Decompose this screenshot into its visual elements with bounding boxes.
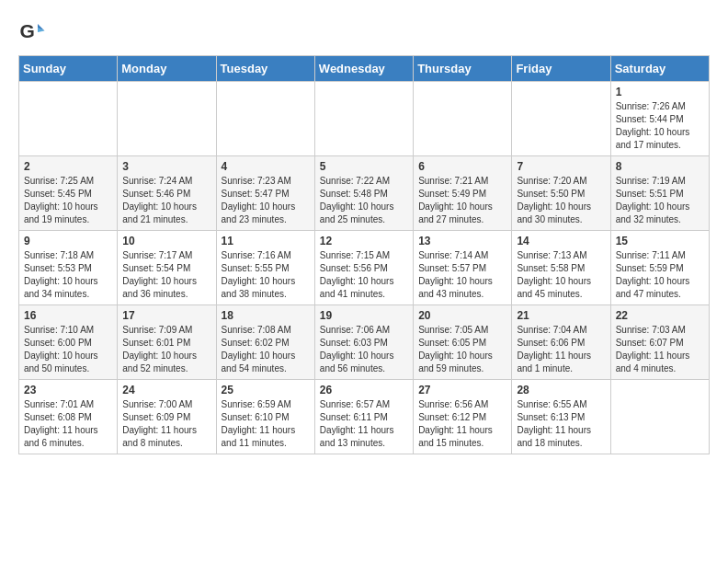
day-info: Sunrise: 6:57 AM Sunset: 6:11 PM Dayligh…: [320, 398, 408, 450]
day-info: Sunrise: 7:01 AM Sunset: 6:08 PM Dayligh…: [24, 398, 112, 450]
calendar-cell: 19Sunrise: 7:06 AM Sunset: 6:03 PM Dayli…: [314, 305, 413, 380]
day-number: 16: [24, 309, 112, 322]
day-number: 28: [517, 384, 605, 396]
calendar-cell: 17Sunrise: 7:09 AM Sunset: 6:01 PM Dayli…: [118, 305, 216, 380]
day-number: 7: [517, 160, 605, 173]
svg-text:G: G: [20, 20, 35, 41]
day-number: 10: [122, 235, 210, 247]
calendar-cell: 11Sunrise: 7:16 AM Sunset: 5:55 PM Dayli…: [216, 231, 314, 305]
day-number: 23: [24, 384, 112, 396]
day-number: 15: [616, 235, 704, 247]
calendar-cell: [314, 82, 413, 156]
calendar-cell: 1Sunrise: 7:26 AM Sunset: 5:44 PM Daylig…: [610, 82, 709, 156]
day-info: Sunrise: 7:10 AM Sunset: 6:00 PM Dayligh…: [24, 324, 112, 375]
day-info: Sunrise: 7:16 AM Sunset: 5:55 PM Dayligh…: [222, 249, 310, 301]
weekday-header-wednesday: Wednesday: [314, 56, 413, 82]
weekday-header-saturday: Saturday: [610, 56, 709, 82]
calendar-cell: 26Sunrise: 6:57 AM Sunset: 6:11 PM Dayli…: [314, 380, 413, 454]
day-number: 17: [122, 309, 210, 322]
calendar-cell: [118, 82, 216, 156]
calendar-cell: [216, 82, 314, 156]
calendar-cell: 14Sunrise: 7:13 AM Sunset: 5:58 PM Dayli…: [512, 231, 610, 305]
calendar-cell: 23Sunrise: 7:01 AM Sunset: 6:08 PM Dayli…: [19, 380, 118, 454]
calendar-cell: 3Sunrise: 7:24 AM Sunset: 5:46 PM Daylig…: [118, 156, 216, 231]
day-info: Sunrise: 7:09 AM Sunset: 6:01 PM Dayligh…: [122, 324, 210, 375]
day-info: Sunrise: 7:13 AM Sunset: 5:58 PM Dayligh…: [517, 249, 605, 301]
day-info: Sunrise: 7:19 AM Sunset: 5:51 PM Dayligh…: [616, 175, 704, 226]
calendar-cell: 5Sunrise: 7:22 AM Sunset: 5:48 PM Daylig…: [314, 156, 413, 231]
day-number: 13: [418, 235, 506, 247]
day-number: 26: [320, 384, 408, 396]
day-number: 9: [24, 235, 112, 247]
calendar-cell: 22Sunrise: 7:03 AM Sunset: 6:07 PM Dayli…: [610, 305, 709, 380]
calendar-cell: 13Sunrise: 7:14 AM Sunset: 5:57 PM Dayli…: [414, 231, 512, 305]
day-number: 25: [222, 384, 310, 396]
day-number: 1: [616, 86, 704, 98]
calendar-cell: 24Sunrise: 7:00 AM Sunset: 6:09 PM Dayli…: [118, 380, 216, 454]
day-number: 4: [222, 160, 310, 173]
calendar-cell: [512, 82, 610, 156]
day-number: 27: [418, 384, 506, 396]
day-number: 21: [517, 309, 605, 322]
calendar-cell: 7Sunrise: 7:20 AM Sunset: 5:50 PM Daylig…: [512, 156, 610, 231]
day-number: 8: [616, 160, 704, 173]
calendar-cell: 21Sunrise: 7:04 AM Sunset: 6:06 PM Dayli…: [512, 305, 610, 380]
calendar-cell: 2Sunrise: 7:25 AM Sunset: 5:45 PM Daylig…: [19, 156, 118, 231]
day-info: Sunrise: 7:25 AM Sunset: 5:45 PM Dayligh…: [24, 175, 112, 226]
weekday-header-thursday: Thursday: [414, 56, 512, 82]
day-info: Sunrise: 7:05 AM Sunset: 6:05 PM Dayligh…: [418, 324, 506, 375]
day-info: Sunrise: 7:14 AM Sunset: 5:57 PM Dayligh…: [418, 249, 506, 301]
day-info: Sunrise: 7:08 AM Sunset: 6:02 PM Dayligh…: [222, 324, 310, 375]
calendar-cell: 8Sunrise: 7:19 AM Sunset: 5:51 PM Daylig…: [610, 156, 709, 231]
week-row-2: 2Sunrise: 7:25 AM Sunset: 5:45 PM Daylig…: [19, 156, 710, 231]
day-number: 14: [517, 235, 605, 247]
day-number: 19: [320, 309, 408, 322]
day-info: Sunrise: 7:04 AM Sunset: 6:06 PM Dayligh…: [517, 324, 605, 375]
weekday-header-friday: Friday: [512, 56, 610, 82]
day-info: Sunrise: 7:18 AM Sunset: 5:53 PM Dayligh…: [24, 249, 112, 301]
day-info: Sunrise: 7:22 AM Sunset: 5:48 PM Dayligh…: [320, 175, 408, 226]
day-info: Sunrise: 6:59 AM Sunset: 6:10 PM Dayligh…: [222, 398, 310, 450]
calendar-cell: 25Sunrise: 6:59 AM Sunset: 6:10 PM Dayli…: [216, 380, 314, 454]
day-info: Sunrise: 6:56 AM Sunset: 6:12 PM Dayligh…: [418, 398, 506, 450]
weekday-header-tuesday: Tuesday: [216, 56, 314, 82]
weekday-header-monday: Monday: [118, 56, 216, 82]
calendar-cell: 16Sunrise: 7:10 AM Sunset: 6:00 PM Dayli…: [19, 305, 118, 380]
calendar-cell: 6Sunrise: 7:21 AM Sunset: 5:49 PM Daylig…: [414, 156, 512, 231]
calendar-cell: 9Sunrise: 7:18 AM Sunset: 5:53 PM Daylig…: [19, 231, 118, 305]
calendar-cell: [414, 82, 512, 156]
day-info: Sunrise: 7:21 AM Sunset: 5:49 PM Dayligh…: [418, 175, 506, 226]
week-row-5: 23Sunrise: 7:01 AM Sunset: 6:08 PM Dayli…: [19, 380, 710, 454]
day-info: Sunrise: 7:11 AM Sunset: 5:59 PM Dayligh…: [616, 249, 704, 301]
day-info: Sunrise: 7:03 AM Sunset: 6:07 PM Dayligh…: [616, 324, 704, 375]
day-number: 20: [418, 309, 506, 322]
day-info: Sunrise: 7:06 AM Sunset: 6:03 PM Dayligh…: [320, 324, 408, 375]
calendar-cell: 28Sunrise: 6:55 AM Sunset: 6:13 PM Dayli…: [512, 380, 610, 454]
day-number: 24: [122, 384, 210, 396]
day-number: 18: [222, 309, 310, 322]
day-number: 6: [418, 160, 506, 173]
day-number: 3: [122, 160, 210, 173]
calendar-cell: 18Sunrise: 7:08 AM Sunset: 6:02 PM Dayli…: [216, 305, 314, 380]
week-row-3: 9Sunrise: 7:18 AM Sunset: 5:53 PM Daylig…: [19, 231, 710, 305]
week-row-4: 16Sunrise: 7:10 AM Sunset: 6:00 PM Dayli…: [19, 305, 710, 380]
calendar-cell: 27Sunrise: 6:56 AM Sunset: 6:12 PM Dayli…: [414, 380, 512, 454]
calendar: SundayMondayTuesdayWednesdayThursdayFrid…: [18, 55, 710, 454]
calendar-cell: [610, 380, 709, 454]
day-info: Sunrise: 7:24 AM Sunset: 5:46 PM Dayligh…: [122, 175, 210, 226]
calendar-cell: 20Sunrise: 7:05 AM Sunset: 6:05 PM Dayli…: [414, 305, 512, 380]
calendar-cell: 4Sunrise: 7:23 AM Sunset: 5:47 PM Daylig…: [216, 156, 314, 231]
day-info: Sunrise: 7:26 AM Sunset: 5:44 PM Dayligh…: [616, 100, 704, 152]
day-number: 2: [24, 160, 112, 173]
day-info: Sunrise: 7:20 AM Sunset: 5:50 PM Dayligh…: [517, 175, 605, 226]
week-row-1: 1Sunrise: 7:26 AM Sunset: 5:44 PM Daylig…: [19, 82, 710, 156]
day-number: 5: [320, 160, 408, 173]
page-header: G: [18, 18, 710, 46]
calendar-cell: [19, 82, 118, 156]
weekday-header-sunday: Sunday: [19, 56, 118, 82]
day-number: 12: [320, 235, 408, 247]
day-number: 11: [222, 235, 310, 247]
day-number: 22: [616, 309, 704, 322]
day-info: Sunrise: 6:55 AM Sunset: 6:13 PM Dayligh…: [517, 398, 605, 450]
logo-icon: G: [18, 18, 46, 46]
